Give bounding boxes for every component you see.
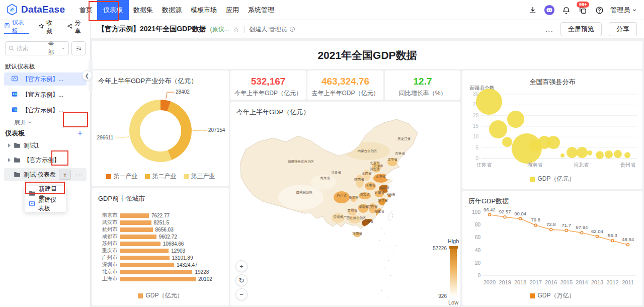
sidebar-tab-分享[interactable]: 分享: [67, 20, 86, 34]
search-row: 全部: [5, 41, 86, 55]
svg-text:0: 0: [477, 273, 480, 278]
search-box[interactable]: 全部: [5, 41, 69, 55]
bubble-legend: GDP（亿元）: [462, 175, 642, 183]
share-button[interactable]: 分享: [609, 22, 637, 36]
nav-menu-item-首页[interactable]: 首页: [75, 0, 97, 20]
kpi-value: 12.7: [385, 76, 460, 87]
kpi-card-current-gdp: 532,167 今年上半年GDP（亿元）: [230, 70, 306, 100]
bar-row: 重庆市12903: [98, 247, 225, 254]
notifications-bell-icon[interactable]: [560, 5, 572, 16]
tree-item-测试1[interactable]: 测试1: [4, 139, 87, 152]
map-reset-button[interactable]: ↻: [235, 274, 248, 286]
tree-more-button[interactable]: ···: [74, 171, 85, 178]
industry-donut-card: 今年上半年GDP产业分布（亿元） 28402207154296611 第一产业第…: [92, 70, 229, 186]
bar-category-label: 深圳市: [98, 261, 120, 268]
more-actions-button[interactable]: ...: [545, 25, 553, 34]
expand-label: 展开: [14, 119, 26, 126]
dashboard-tree: 测试1【官方示例】测试-仪表盘+···: [4, 139, 87, 183]
svg-text:55.3: 55.3: [608, 233, 617, 238]
chevron-down-icon: [61, 46, 65, 50]
add-dashboard-button[interactable]: +: [74, 129, 86, 138]
dashboard-list-item[interactable]: 【官方示例】...: [4, 88, 87, 101]
svg-text:2019: 2019: [499, 279, 511, 285]
folder-icon: [14, 142, 21, 149]
bar: [120, 263, 174, 267]
svg-text:广东省: 广东省: [363, 219, 373, 223]
tree-item-测试-仪表盘[interactable]: 测试-仪表盘+···: [4, 168, 87, 181]
svg-text:内蒙古自治区: 内蒙古自治区: [358, 149, 378, 153]
top-cities-bar-chart: 南京市7622.77武汉市8251.5杭州市8656.03成都市9602.72苏…: [98, 212, 225, 282]
svg-text:20: 20: [475, 260, 481, 266]
svg-text:陕西省: 陕西省: [354, 178, 364, 182]
expand-toggle[interactable]: 展开: [14, 118, 32, 127]
nav-menu-item-模板市场[interactable]: 模板市场: [186, 0, 221, 20]
nav-menu-item-数据源[interactable]: 数据源: [157, 0, 186, 20]
svg-text:40: 40: [475, 248, 481, 253]
download-icon[interactable]: [527, 5, 538, 16]
context-menu-item-新建仪表板[interactable]: 新建仪表板: [25, 199, 66, 210]
svg-text:青海省: 青海省: [320, 176, 330, 180]
svg-text:甘肃省: 甘肃省: [331, 171, 341, 175]
dashboard-list-item[interactable]: 【官方示例】...: [4, 104, 87, 117]
svg-text:西藏自治区: 西藏自治区: [296, 190, 313, 194]
svg-text:2014: 2014: [576, 279, 588, 285]
nav-menu-item-数据集[interactable]: 数据集: [129, 0, 157, 20]
svg-text:79.8: 79.8: [531, 217, 540, 222]
counties-bubble-card: 全国百强县分布 051015202530百强县个数江苏省湖南省河北省贵州省 GD…: [462, 70, 642, 189]
nav-menu-item-应用[interactable]: 应用: [221, 0, 244, 20]
legend-swatch: [145, 174, 150, 179]
top-navbar: DataEase 首页仪表板数据集数据源模板市场应用系统管理 管理员: [0, 0, 644, 20]
help-icon[interactable]: [594, 5, 605, 16]
info-icon: [289, 26, 295, 32]
sort-button[interactable]: [71, 41, 86, 55]
svg-text:湖南省: 湖南省: [358, 205, 368, 209]
map-zoom-out-button[interactable]: −: [235, 288, 248, 300]
bar-category-label: 重庆市: [98, 247, 120, 254]
expand-arrow-icon[interactable]: [8, 158, 11, 162]
tree-add-button[interactable]: +: [59, 170, 71, 180]
legend-item: GDP（亿元）: [138, 291, 183, 300]
svg-text:重庆市: 重庆市: [349, 196, 359, 199]
expand-arrow-icon[interactable]: [8, 143, 11, 147]
nav-menu-item-仪表板[interactable]: 仪表板: [97, 0, 129, 20]
bar-value-label: 7622.77: [151, 213, 170, 218]
assistant-chat-icon[interactable]: [544, 5, 555, 16]
map-zoom-in-button[interactable]: +: [235, 260, 248, 272]
svg-text:吉林省: 吉林省: [395, 151, 405, 156]
sidebar-tab-收藏[interactable]: 收藏: [38, 20, 57, 34]
scale-low-label: Low: [448, 299, 458, 305]
nav-menu-item-系统管理[interactable]: 系统管理: [244, 0, 279, 20]
bar-value-label: 19228: [195, 269, 209, 275]
bar-row: 武汉市8251.5: [98, 219, 225, 226]
chevron-down-icon: [28, 120, 32, 124]
svg-text:新疆维吾尔自治区: 新疆维吾尔自治区: [288, 160, 314, 164]
sidebar-tab-仪表板[interactable]: 仪表板: [4, 20, 29, 34]
default-group-label: 默认仪表板: [5, 62, 35, 71]
legend-item: 第一产业: [106, 172, 138, 181]
dashboard-banner: 2021年全国GDP数据: [92, 41, 642, 69]
bar-value-label: 20102: [198, 276, 212, 282]
gdp-trend-line-card: 历年GDP数据 02040608010096.42202092.57201990…: [462, 191, 642, 305]
dashboard-list-item[interactable]: 【官方示例】...: [4, 72, 87, 86]
fullscreen-preview-button[interactable]: 全屏预览: [560, 22, 602, 36]
svg-text:江西省: 江西省: [368, 205, 378, 209]
svg-text:云南省: 云南省: [333, 215, 343, 219]
default-dashboard-list: 【官方示例】...【官方示例】...【官方示例】...: [4, 72, 87, 119]
svg-text:2018: 2018: [514, 279, 526, 285]
user-menu[interactable]: 管理员: [610, 6, 637, 15]
favorite-star-icon[interactable]: ☆: [233, 26, 239, 33]
app-logo[interactable]: DataEase: [6, 4, 65, 16]
sidebar-collapse-button[interactable]: ❮: [82, 70, 92, 81]
bar-category-label: 杭州市: [98, 226, 120, 233]
legend-item: 第三产业: [184, 172, 215, 181]
bar-row: 杭州市8656.03: [98, 226, 225, 233]
chart-title: 今年上半年GDP（亿元）: [236, 108, 309, 117]
kpi-label: 今年上半年GDP（亿元）: [230, 89, 306, 98]
svg-text:2020: 2020: [484, 279, 496, 285]
scope-filter-dropdown[interactable]: 全部: [45, 44, 65, 53]
kpi-label: 去年上半年GDP（亿元）: [307, 89, 383, 98]
bar-row: 北京市19228: [98, 268, 225, 275]
tree-item-【官方示例】[interactable]: 【官方示例】: [4, 154, 87, 167]
search-input[interactable]: [17, 45, 43, 52]
svg-text:河南省: 河南省: [365, 183, 375, 187]
